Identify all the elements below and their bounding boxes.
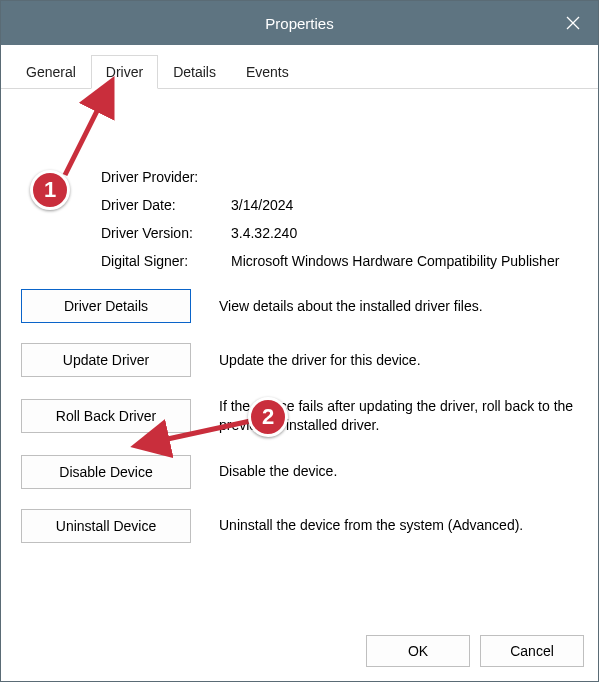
digital-signer-value: Microsoft Windows Hardware Compatibility… [231, 253, 578, 269]
driver-info: Driver Provider: Driver Date: 3/14/2024 … [101, 169, 578, 269]
tab-strip: General Driver Details Events [1, 45, 598, 89]
update-driver-button[interactable]: Update Driver [21, 343, 191, 377]
driver-version-value: 3.4.32.240 [231, 225, 578, 241]
digital-signer-label: Digital Signer: [101, 253, 231, 269]
uninstall-device-button[interactable]: Uninstall Device [21, 509, 191, 543]
annotation-badge-2: 2 [248, 397, 288, 437]
disable-device-button[interactable]: Disable Device [21, 455, 191, 489]
update-driver-desc: Update the driver for this device. [219, 351, 578, 370]
dialog-footer: OK Cancel [1, 621, 598, 681]
properties-window: Properties General Driver Details Events… [0, 0, 599, 682]
disable-device-desc: Disable the device. [219, 462, 578, 481]
annotation-badge-1: 1 [30, 170, 70, 210]
tab-content: Driver Provider: Driver Date: 3/14/2024 … [1, 89, 598, 621]
roll-back-driver-button[interactable]: Roll Back Driver [21, 399, 191, 433]
driver-provider-label: Driver Provider: [101, 169, 231, 185]
driver-actions: Driver Details View details about the in… [21, 289, 578, 543]
cancel-button[interactable]: Cancel [480, 635, 584, 667]
tab-general[interactable]: General [11, 55, 91, 89]
driver-details-button[interactable]: Driver Details [21, 289, 191, 323]
driver-details-desc: View details about the installed driver … [219, 297, 578, 316]
close-icon [566, 16, 580, 30]
window-title: Properties [1, 15, 598, 32]
driver-version-label: Driver Version: [101, 225, 231, 241]
ok-button[interactable]: OK [366, 635, 470, 667]
tab-details[interactable]: Details [158, 55, 231, 89]
driver-date-label: Driver Date: [101, 197, 231, 213]
driver-provider-value [231, 169, 578, 185]
driver-date-value: 3/14/2024 [231, 197, 578, 213]
tab-driver[interactable]: Driver [91, 55, 158, 89]
tab-events[interactable]: Events [231, 55, 304, 89]
close-button[interactable] [548, 1, 598, 45]
titlebar: Properties [1, 1, 598, 45]
uninstall-device-desc: Uninstall the device from the system (Ad… [219, 516, 578, 535]
